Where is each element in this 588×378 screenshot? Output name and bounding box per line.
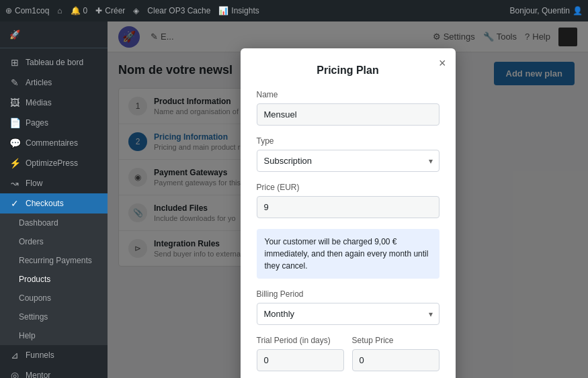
- pages-icon: 📄: [9, 117, 20, 128]
- brand-icon: ◈: [133, 6, 139, 15]
- sidebar-item-commentaires[interactable]: 💬 Commentaires: [0, 133, 108, 153]
- sidebar-funnels-label: Funnels: [26, 350, 54, 360]
- chart-icon: 📊: [218, 6, 228, 15]
- topbar-create[interactable]: ✚ Créer: [95, 6, 125, 15]
- bell-icon: 🔔: [71, 6, 81, 15]
- sidebar-logo: 🚀: [0, 21, 108, 48]
- avatar-icon: 👤: [573, 6, 583, 15]
- sidebar-item-sub-settings[interactable]: Settings: [0, 308, 108, 326]
- sidebar-item-optimizepress[interactable]: ⚡ OptimizePress: [0, 153, 108, 173]
- topbar-updates-count: 0: [83, 6, 88, 15]
- checkouts-icon: ✓: [9, 198, 20, 209]
- sidebar-mentor-label: Mentor: [26, 371, 50, 378]
- name-label: Name: [257, 90, 439, 99]
- info-text: Your customer will be charged 9,00 € imm…: [265, 237, 429, 271]
- sidebar-item-flow[interactable]: ↝ Flow: [0, 173, 108, 193]
- sidebar-item-dashboard[interactable]: ⊞ Tableau de bord: [0, 52, 108, 73]
- sidebar-sub-settings-label: Settings: [19, 312, 48, 322]
- form-row-trial-setup: Trial Period (in days) Setup Price: [257, 336, 439, 378]
- sidebar-sub-coupons-label: Coupons: [19, 293, 51, 303]
- sidebar-sub-orders-label: Orders: [19, 237, 44, 246]
- form-group-billing: Billing Period Monthly Weekly Yearly Dai…: [257, 289, 439, 325]
- wp-icon: ⊕: [5, 6, 12, 15]
- type-select-wrapper: Subscription One-Time Free ▾: [257, 150, 439, 172]
- form-group-trial: Trial Period (in days): [257, 336, 344, 371]
- sidebar-submenu-checkouts: Dashboard Orders Recurring Payments Prod…: [0, 214, 108, 345]
- sidebar-item-sub-coupons[interactable]: Coupons: [0, 289, 108, 308]
- topbar-cache[interactable]: Clear OP3 Cache: [147, 6, 210, 15]
- topbar-user[interactable]: Bonjour, Quentin 👤: [510, 6, 583, 15]
- sidebar-item-pages[interactable]: 📄 Pages: [0, 113, 108, 133]
- mentor-icon: ◎: [9, 370, 20, 378]
- topbar-home[interactable]: ⌂: [57, 6, 62, 15]
- topbar-site[interactable]: ⊕ Com1coq: [5, 6, 49, 15]
- trial-input[interactable]: [257, 349, 344, 371]
- billing-select-wrapper: Monthly Weekly Yearly Daily ▾: [257, 303, 439, 325]
- logo-icon: 🚀: [9, 30, 20, 40]
- trial-label: Trial Period (in days): [257, 336, 344, 345]
- modal-title: Pricing Plan: [257, 64, 439, 77]
- sidebar-item-articles[interactable]: ✎ Articles: [0, 73, 108, 93]
- medias-icon: 🖼: [9, 97, 20, 108]
- name-input[interactable]: [257, 103, 439, 126]
- setup-input[interactable]: [352, 349, 439, 371]
- topbar-insights[interactable]: 📊 Insights: [218, 6, 259, 15]
- sidebar-pages-label: Pages: [26, 118, 48, 128]
- plus-icon: ✚: [95, 6, 102, 15]
- price-label: Price (EUR): [257, 183, 439, 192]
- topbar-brand: ◈: [133, 6, 139, 15]
- sidebar-checkouts-label: Checkouts: [26, 199, 64, 208]
- sidebar-flow-label: Flow: [26, 179, 42, 188]
- form-group-type: Type Subscription One-Time Free ▾: [257, 136, 439, 172]
- sidebar-item-sub-dashboard[interactable]: Dashboard: [0, 214, 108, 232]
- type-label: Type: [257, 136, 439, 146]
- billing-period-label: Billing Period: [257, 289, 439, 299]
- sidebar-item-checkouts[interactable]: ✓ Checkouts: [0, 193, 108, 214]
- sidebar-sub-recurring-label: Recurring Payments: [19, 256, 92, 265]
- op-icon: ⚡: [9, 158, 20, 169]
- form-group-setup: Setup Price: [352, 336, 439, 371]
- flow-icon: ↝: [9, 178, 20, 189]
- sidebar-item-sub-products[interactable]: Products: [0, 270, 108, 289]
- sidebar-section-main: ⊞ Tableau de bord ✎ Articles 🖼 Médias 📄 …: [0, 48, 108, 378]
- sidebar-item-mentor[interactable]: ◎ Mentor: [0, 365, 108, 378]
- sidebar: 🚀 ⊞ Tableau de bord ✎ Articles 🖼 Médias …: [0, 21, 108, 378]
- topbar-user-name: Bonjour, Quentin: [510, 6, 570, 15]
- topbar-cache-label: Clear OP3 Cache: [147, 6, 210, 15]
- sidebar-commentaires-label: Commentaires: [26, 138, 78, 148]
- sidebar-sub-dashboard-label: Dashboard: [19, 218, 58, 228]
- sidebar-medias-label: Médias: [26, 98, 52, 107]
- modal-close-button[interactable]: ×: [439, 56, 446, 70]
- topbar-create-label: Créer: [105, 6, 125, 15]
- sidebar-item-sub-orders[interactable]: Orders: [0, 232, 108, 251]
- price-input[interactable]: [257, 196, 439, 218]
- sidebar-dashboard-label: Tableau de bord: [26, 58, 83, 67]
- form-group-name: Name: [257, 90, 439, 126]
- modal-pricing-plan: Pricing Plan × Name Type Subscription On…: [241, 48, 456, 378]
- topbar-insights-label: Insights: [231, 6, 259, 15]
- sidebar-articles-label: Articles: [26, 78, 52, 87]
- sidebar-item-sub-help[interactable]: Help: [0, 326, 108, 345]
- topbar-updates[interactable]: 🔔 0: [71, 6, 88, 15]
- topbar-site-name: Com1coq: [15, 6, 49, 15]
- funnels-icon: ⊿: [9, 350, 20, 361]
- home-icon: ⌂: [57, 6, 62, 15]
- modal-overlay: Pricing Plan × Name Type Subscription On…: [108, 21, 588, 378]
- sidebar-item-sub-recurring[interactable]: Recurring Payments: [0, 251, 108, 270]
- sidebar-item-medias[interactable]: 🖼 Médias: [0, 93, 108, 113]
- articles-icon: ✎: [9, 77, 20, 88]
- dashboard-icon: ⊞: [9, 57, 20, 68]
- setup-label: Setup Price: [352, 336, 439, 345]
- main-content: 🚀 ✎ E... ⚙ Settings 🔧 Tools ?: [108, 21, 588, 378]
- billing-period-select[interactable]: Monthly Weekly Yearly Daily: [257, 303, 439, 325]
- info-box: Your customer will be charged 9,00 € imm…: [257, 229, 439, 279]
- sidebar-optimizepress-label: OptimizePress: [26, 158, 78, 168]
- comments-icon: 💬: [9, 138, 20, 148]
- sidebar-sub-help-label: Help: [19, 331, 36, 340]
- type-select[interactable]: Subscription One-Time Free: [257, 150, 439, 172]
- form-group-price: Price (EUR): [257, 183, 439, 218]
- topbar: ⊕ Com1coq ⌂ 🔔 0 ✚ Créer ◈ Clear OP3 Cach…: [0, 0, 588, 21]
- sidebar-sub-products-label: Products: [19, 275, 50, 284]
- sidebar-item-funnels[interactable]: ⊿ Funnels: [0, 345, 108, 365]
